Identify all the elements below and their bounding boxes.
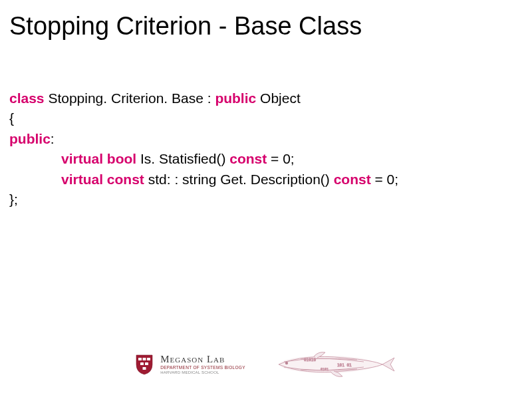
code-line-6: };	[9, 190, 523, 209]
svg-text:0101: 0101	[321, 367, 329, 371]
keyword-const: const	[229, 151, 267, 166]
code-line-5: virtual const std: : string Get. Descrip…	[9, 170, 523, 190]
slide-title: Stopping Criterion - Base Class	[9, 12, 523, 41]
code-line-3: public:	[9, 129, 523, 149]
code-text: = 0;	[371, 172, 398, 187]
keyword-public: public	[9, 131, 51, 146]
zebrafish-illustration-icon: 01010 101 01 0101	[264, 348, 397, 380]
code-text: Is. Statisfied()	[136, 151, 229, 166]
keyword-public: public	[215, 90, 256, 106]
lab-school: HARVARD MEDICAL SCHOOL	[160, 370, 245, 374]
keyword-class: class	[9, 90, 45, 106]
svg-text:01010: 01010	[304, 357, 316, 362]
code-text: std: : string Get. Description()	[144, 172, 334, 187]
svg-rect-0	[138, 358, 142, 360]
lab-department: DEPARTMENT OF SYSTEMS BIOLOGY	[160, 366, 245, 370]
code-text: = 0;	[267, 151, 294, 166]
code-line-2: {	[9, 108, 523, 128]
slide: Stopping Criterion - Base Class class St…	[0, 0, 532, 399]
svg-point-7	[285, 362, 288, 364]
svg-rect-3	[140, 362, 144, 365]
lab-text-block: Megason Lab DEPARTMENT OF SYSTEMS BIOLOG…	[160, 354, 245, 375]
code-text: Stopping. Criterion. Base :	[45, 90, 215, 106]
code-text: :	[51, 131, 55, 146]
svg-text:101 01: 101 01	[337, 362, 352, 367]
svg-rect-4	[145, 362, 148, 365]
svg-rect-1	[143, 358, 146, 360]
code-block: class Stopping. Criterion. Base : public…	[9, 88, 523, 210]
keyword-const: const	[334, 172, 371, 187]
code-line-4: virtual bool Is. Statisfied() const = 0;	[9, 149, 523, 169]
footer: Megason Lab DEPARTMENT OF SYSTEMS BIOLOG…	[0, 348, 532, 380]
code-text: Object	[256, 90, 301, 106]
svg-rect-5	[143, 367, 146, 370]
keyword-virtual-const: virtual const	[61, 172, 144, 187]
harvard-crest-icon	[135, 354, 154, 375]
code-line-1: class Stopping. Criterion. Base : public…	[9, 88, 523, 108]
lab-name: Megason Lab	[160, 354, 245, 364]
keyword-virtual-bool: virtual bool	[61, 151, 136, 166]
svg-rect-2	[147, 358, 150, 360]
